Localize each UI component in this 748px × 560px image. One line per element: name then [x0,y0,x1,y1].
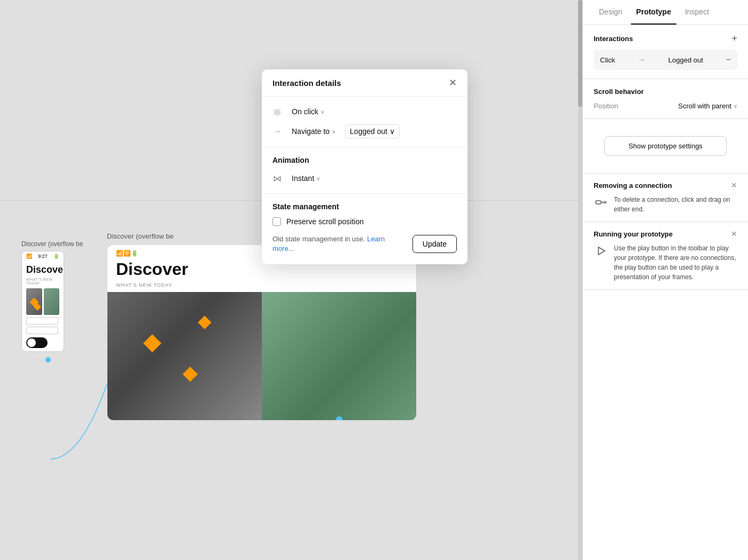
animation-title: Animation [272,156,457,164]
phone-images [26,288,59,315]
frame-preview-area: Discover (overflow be 📶 9:27 🔋 Discover … [21,240,64,362]
tab-bar: Design Prototype Inspect [583,0,748,25]
canvas-scrollbar-thumb[interactable] [578,0,582,107]
destination-label: Logged out [350,127,387,136]
discover-img-right [262,292,416,420]
phone-content: Discover WHAT'S NEW TODAY [22,261,64,351]
phone-img-right [44,288,60,315]
battery-icon: 🔋 [53,254,59,259]
preserve-scroll-label: Preserve scroll position [286,217,364,226]
action-chevron-icon: ∨ [332,129,336,135]
interaction-destination-area: Logged out [668,56,703,64]
remove-interaction-button[interactable]: − [726,55,731,65]
add-interaction-button[interactable]: + [731,34,737,43]
orange-chevron-2 [182,367,197,382]
action-row: → Navigate to ∨ Logged out ∨ [272,124,457,138]
destination-chevron-icon: ∨ [389,127,395,136]
trigger-row: ◎ On click ∨ [272,105,457,118]
animation-section: Animation ⋈ Instant ∨ [262,147,467,194]
phone-status-bar: 📶 9:27 🔋 [22,251,64,261]
state-management-section: State management Preserve scroll positio… [262,194,467,264]
destination-dropdown[interactable]: Logged out ∨ [345,124,400,138]
scroll-value-dropdown[interactable]: Scroll with parent ∨ [678,102,737,110]
canvas-scrollbar[interactable] [578,0,582,560]
scroll-behavior-row: Position Scroll with parent ∨ [594,102,737,110]
scroll-behavior-section: Scroll behavior Position Scroll with par… [583,79,748,119]
discover-frame: 📶🛜🔋 9:27 Discover WHAT'S NEW TODAY [107,244,417,421]
connection-dot [45,357,51,362]
discover-new-today: WHAT'S NEW TODAY [107,282,416,292]
connection-remove-icon [594,195,609,210]
running-text: Use the play button in the toolbar to pl… [614,243,737,282]
running-prototype-section: Running your prototype ✕ Use the play bu… [583,222,748,290]
scroll-behavior-title: Scroll behavior [594,88,737,96]
tab-inspect[interactable]: Inspect [680,0,714,25]
interactions-title: Interactions [594,35,633,43]
scroll-value-label: Scroll with parent [678,102,731,110]
interaction-details-modal: Interaction details ✕ ◎ On click ∨ → Nav… [262,69,467,264]
orange-chevron-3 [198,316,212,329]
time-display: 9:27 [38,254,48,259]
removing-header: Removing a connection ✕ [594,181,737,190]
tab-prototype[interactable]: Prototype [631,0,676,25]
trigger-action-section: ◎ On click ∨ → Navigate to ∨ Logged out … [262,97,467,147]
rect-item-2 [26,327,58,334]
position-label: Position [594,102,618,110]
play-icon-area [594,243,609,258]
removing-title: Removing a connection [594,182,672,190]
removing-connection-section: Removing a connection ✕ To delete a conn… [583,173,748,222]
running-close-button[interactable]: ✕ [731,230,737,238]
tab-design[interactable]: Design [594,0,628,25]
rect-item-1 [26,317,58,325]
connection-area [21,357,64,362]
orange-chevron-1 [143,334,161,352]
phone-subtitle: WHAT'S NEW TODAY [26,278,59,285]
animation-type-label: Instant [292,174,314,183]
progress-dot [336,416,342,420]
running-body: Use the play button in the toolbar to pl… [594,243,737,282]
scroll-chevron-icon: ∨ [734,103,737,109]
trigger-icon: ◎ [272,107,282,116]
running-header: Running your prototype ✕ [594,230,737,238]
state-management-title: State management [272,202,457,211]
interaction-destination: Logged out [668,56,703,64]
discover-images-row [107,292,416,420]
interactions-panel-section: Interactions + Click → Logged out − [583,25,748,79]
preserve-scroll-row: Preserve scroll position [272,217,457,226]
modal-header: Interaction details ✕ [262,69,467,97]
interaction-arrow-icon: → [638,56,645,64]
prototype-settings-button[interactable]: Show prototype settings [604,136,727,156]
action-icon: → [272,127,282,136]
svg-marker-4 [598,247,605,255]
phone-discover-title: Discover [26,264,59,275]
rect-group [26,317,59,334]
removing-body: To delete a connection, click and drag o… [594,195,737,214]
phone-mockup: 📶 9:27 🔋 Discover WHAT'S NEW TODAY [21,251,64,352]
interaction-trigger: Click [600,56,615,64]
interactions-header: Interactions + [594,34,737,43]
action-dropdown[interactable]: Navigate to ∨ [287,125,340,138]
trigger-chevron-icon: ∨ [321,109,324,115]
trigger-dropdown[interactable]: On click ∨ [287,105,329,118]
modal-title: Interaction details [272,78,341,88]
update-button[interactable]: Update [412,235,457,253]
phone-img-left [26,288,42,315]
animation-type-dropdown[interactable]: Instant ∨ [287,172,324,185]
right-panel: Design Prototype Inspect Interactions + … [582,0,748,560]
removing-close-button[interactable]: ✕ [731,181,737,190]
interaction-item[interactable]: Click → Logged out − [594,50,737,70]
discover-signal: 📶🛜🔋 [116,250,138,257]
canvas-area: Discover (overflow be 📶 9:27 🔋 Discover … [0,0,582,560]
interaction-trigger-area: Click [600,56,615,64]
animation-row: ⋈ Instant ∨ [272,172,457,185]
toggle-dot [27,338,36,347]
modal-close-button[interactable]: ✕ [449,78,457,88]
old-state-text: Old state management in use. Learn more.… [272,234,406,254]
running-title: Running your prototype [594,230,673,238]
frame-label: Discover (overflow be [21,240,64,248]
svg-rect-0 [596,201,601,204]
toggle-element [26,337,48,348]
preserve-scroll-checkbox[interactable] [272,217,281,226]
signal-icons: 📶 [26,254,32,259]
prototype-settings-area: Show prototype settings [583,119,748,173]
